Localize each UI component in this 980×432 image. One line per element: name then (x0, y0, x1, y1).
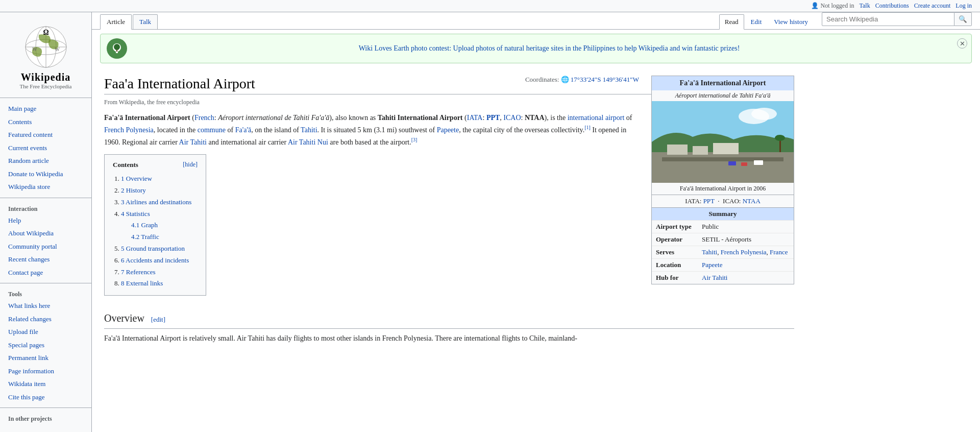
serves-fp-link[interactable]: French Polynesia (721, 248, 767, 256)
sidebar-item-permanent[interactable]: Permanent link (0, 351, 91, 365)
icao-abbr-link[interactable]: ICAO (503, 114, 521, 122)
sidebar-item-wikidata[interactable]: Wikidata item (0, 377, 91, 391)
sidebar-item-related-changes[interactable]: Related changes (0, 313, 91, 326)
icao-code-link[interactable]: NTAA (743, 197, 761, 205)
airport-image (652, 101, 794, 183)
search-button[interactable]: 🔍 (954, 12, 972, 26)
toc-link-accidents[interactable]: 6 Accidents and incidents (121, 256, 189, 264)
tab-read[interactable]: Read (719, 14, 744, 30)
infobox-key-airport-type: Airport type (652, 221, 698, 233)
sidebar-item-cite[interactable]: Cite this page (0, 391, 91, 404)
ref-3: [3] (411, 137, 418, 142)
serves-tahiti-link[interactable]: Tahiti (702, 248, 717, 256)
sidebar-item-contact[interactable]: Contact page (0, 266, 91, 279)
infobox-key-location: Location (652, 259, 698, 272)
overview-heading: Overview [edit] (104, 310, 794, 329)
view-tabs: Read Edit View history (719, 14, 814, 29)
tab-talk[interactable]: Talk (133, 14, 158, 29)
toc-link-history[interactable]: 2 History (121, 186, 146, 194)
sidebar-tools-section: Tools What links here Related changes Up… (0, 283, 91, 407)
tab-edit[interactable]: Edit (745, 14, 768, 29)
toc-link-overview[interactable]: 1 Overview (121, 175, 152, 182)
hub-air-tahiti-link[interactable]: Air Tahiti (702, 274, 727, 281)
tahiti-link[interactable]: Tahiti (301, 126, 317, 134)
sidebar-item-what-links[interactable]: What links here (0, 299, 91, 313)
air-tahiti-link[interactable]: Air Tahiti (179, 138, 207, 146)
sidebar-item-help[interactable]: Help (0, 214, 91, 227)
banner-close-button[interactable]: ✕ (957, 38, 967, 49)
sidebar-item-recent[interactable]: Recent changes (0, 253, 91, 266)
sidebar-item-upload[interactable]: Upload file (0, 325, 91, 339)
svg-rect-16 (662, 157, 783, 161)
svg-rect-23 (779, 139, 781, 152)
toc-item-3: 3 Airlines and destinations (121, 197, 198, 208)
search-input[interactable] (822, 12, 954, 26)
infobox-key-operator: Operator (652, 233, 698, 246)
coordinates-label: Coordinates: (525, 76, 559, 83)
sidebar-item-random[interactable]: Random article (0, 154, 91, 167)
iata-code-link[interactable]: PPT (703, 197, 715, 205)
coordinates-link[interactable]: 17°33′24″S 149°36′41″W (571, 76, 639, 83)
sidebar-item-special[interactable]: Special pages (0, 339, 91, 352)
toc-link-traffic[interactable]: 4.2 Traffic (131, 233, 159, 241)
sidebar-item-contents[interactable]: Contents (0, 115, 91, 129)
air-tahiti-nui-link[interactable]: Air Tahiti Nui (288, 138, 328, 146)
toc-link-statistics[interactable]: 4 Statistics (121, 210, 150, 218)
location-papeete-link[interactable]: Papeete (702, 261, 722, 269)
sidebar-item-donate[interactable]: Donate to Wikipedia (0, 167, 91, 181)
tab-article[interactable]: Article (100, 14, 132, 30)
contributions-link[interactable]: Contributions (875, 2, 909, 10)
toc-hide-link[interactable]: [hide] (183, 160, 198, 171)
talk-link[interactable]: Talk (860, 2, 870, 10)
create-account-link[interactable]: Create account (914, 2, 951, 10)
toc-link-ground[interactable]: 5 Ground transportation (121, 245, 185, 252)
french-language-link[interactable]: French (194, 114, 214, 122)
faaa-link[interactable]: Fa'a'ā (235, 126, 251, 134)
french-polynesia-link[interactable]: French Polynesia (104, 126, 154, 134)
infobox-image (652, 101, 794, 183)
ref-1: [1] (584, 125, 591, 130)
commune-link[interactable]: commune (198, 126, 226, 134)
toc-link-airlines[interactable]: 3 Airlines and destinations (121, 198, 191, 206)
infobox-title: Fa'a'ā International Airport (652, 76, 794, 90)
log-in-link[interactable]: Log in (955, 2, 972, 10)
sidebar-item-about[interactable]: About Wikipedia (0, 227, 91, 240)
toc-sublist-4: 4.1 Graph 4.2 Traffic (131, 220, 198, 243)
banner: Wiki Loves Earth photo contest: Upload p… (100, 34, 972, 63)
tree-icon (111, 42, 123, 55)
iata-abbr-link[interactable]: IATA (467, 114, 483, 122)
sidebar-item-main-page[interactable]: Main page (0, 102, 91, 115)
toc-link-graph[interactable]: 4.1 Graph (131, 221, 158, 229)
banner-text[interactable]: Wiki Loves Earth photo contest: Upload p… (133, 44, 965, 53)
sidebar-other-projects-section: In other projects (0, 407, 91, 428)
toc-link-external[interactable]: 8 External links (121, 279, 163, 287)
sidebar-item-featured[interactable]: Featured content (0, 128, 91, 141)
other-projects-heading: In other projects (0, 412, 91, 424)
ppt-link[interactable]: PPT (486, 114, 500, 122)
sidebar-interaction-section: Interaction Help About Wikipedia Communi… (0, 198, 91, 283)
sidebar-item-community[interactable]: Community portal (0, 240, 91, 253)
infobox-val-location: Papeete (698, 259, 794, 272)
sidebar-item-store[interactable]: Wikipedia store (0, 180, 91, 194)
toc-item-4: 4 Statistics 4.1 Graph 4.2 Traffic (121, 209, 198, 243)
page-wrapper: Ω W W Wikipedia The Free Encyclopedia Ma… (0, 12, 980, 432)
svg-point-10 (114, 44, 120, 50)
wiki-logo[interactable]: Ω W W Wikipedia The Free Encyclopedia (0, 16, 91, 98)
ntaa-bold: NTAA (525, 114, 545, 122)
sidebar-item-current-events[interactable]: Current events (0, 141, 91, 155)
toc-hide-anchor[interactable]: hide (185, 161, 195, 168)
overview-edit-link[interactable]: edit (153, 316, 163, 323)
toc-item-1: 1 Overview (121, 174, 198, 184)
sidebar-item-page-info[interactable]: Page information (0, 365, 91, 378)
toc-link-references[interactable]: 7 References (121, 268, 156, 276)
search-form: 🔍 (822, 12, 972, 26)
tab-view-history[interactable]: View history (768, 14, 814, 29)
svg-rect-18 (693, 146, 708, 155)
international-airport-link[interactable]: international airport (568, 114, 625, 122)
iata-label: IATA: (685, 197, 701, 205)
serves-france-link[interactable]: France (770, 248, 788, 256)
infobox-val-hub: Air Tahiti (698, 272, 794, 284)
papeete-link[interactable]: Papeete (437, 126, 459, 134)
overview-edit: [edit] (151, 316, 165, 323)
toc-item-4-1: 4.1 Graph (131, 220, 198, 231)
